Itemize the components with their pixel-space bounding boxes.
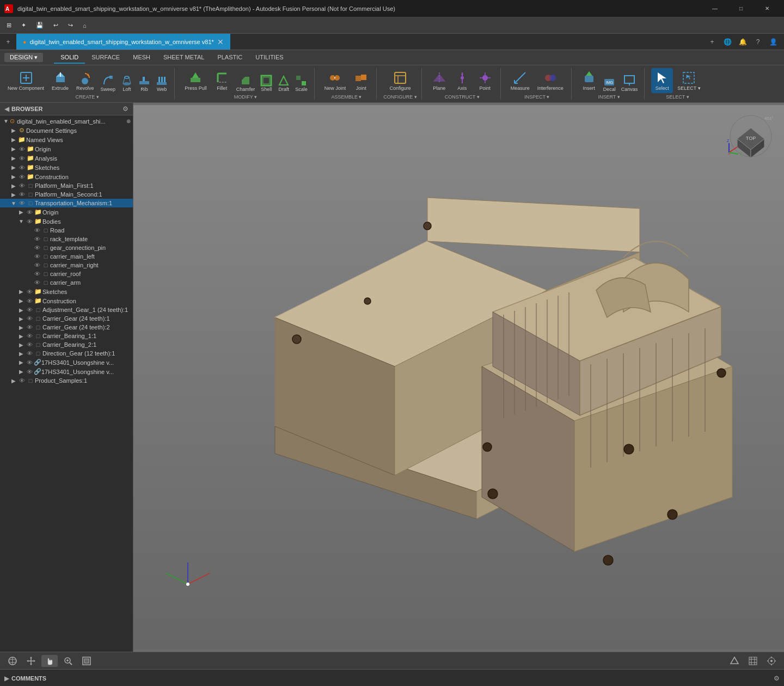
tree-bodies[interactable]: ▼ 👁 📁 Bodies (0, 217, 133, 226)
new-tab-button[interactable]: + (0, 38, 16, 46)
tree-platform-main-second[interactable]: ▶ 👁 □ Platform_Main_Second:1 (0, 190, 133, 199)
file-tab[interactable]: ● digital_twin_enabled_smart_shipping_wo… (16, 34, 230, 50)
tree-sketches-1[interactable]: ▶ 👁 📁 Sketches (0, 163, 133, 172)
tree-body-carrier-main-right[interactable]: 👁 □ carrier_main_right (0, 261, 133, 270)
web-button[interactable]: Web (154, 74, 170, 93)
pan-button[interactable] (23, 655, 39, 667)
chamfer-button[interactable]: Chamfer (234, 74, 258, 93)
tree-construction-1[interactable]: ▶ 👁 📁 Construction (0, 172, 133, 181)
hand-button[interactable] (41, 655, 58, 667)
tree-body-carrier-arm[interactable]: 👁 □ carrier_arm (0, 278, 133, 287)
tab-utilities[interactable]: UTILITIES (249, 52, 290, 64)
construct-plane-button[interactable]: Plane (428, 68, 450, 93)
decal-button[interactable]: IMG Decal (601, 74, 618, 93)
tree-origin-2[interactable]: ▶ 👁 📁 Origin (0, 207, 133, 217)
select-button[interactable]: Select (651, 68, 673, 93)
svg-point-95 (624, 444, 634, 454)
comments-toggle-icon[interactable]: ▶ (4, 675, 9, 682)
zoom-window-button[interactable] (60, 655, 76, 667)
new-component-button[interactable]: New Component (4, 68, 47, 93)
tab-surface[interactable]: SURFACE (85, 52, 126, 64)
sweep-button[interactable]: Sweep (99, 74, 118, 93)
tree-17hs-2[interactable]: ▶ 👁 🔗 17HS3401_Usongshine v... (0, 367, 133, 376)
close-button[interactable]: ✕ (755, 0, 780, 17)
tree-carrier-gear-2[interactable]: ▶ 👁 □ Carrier_Gear (24 teeth):2 (0, 323, 133, 332)
add-tab-button[interactable]: + (706, 35, 719, 48)
menu-redo[interactable]: ↪ (64, 20, 77, 31)
fit-button[interactable] (78, 655, 95, 667)
insert-button[interactable]: Insert (578, 68, 600, 93)
canvas-button[interactable]: Canvas (619, 74, 640, 93)
measure-button[interactable]: Measure (507, 68, 533, 93)
tab-sheet-metal[interactable]: SHEET METAL (157, 52, 211, 64)
svg-marker-21 (192, 72, 199, 78)
menu-home[interactable]: ⌂ (78, 20, 91, 31)
tab-solid[interactable]: SOLID (54, 52, 85, 64)
tree-product-samples[interactable]: ▶ 👁 □ Product_Samples:1 (0, 376, 133, 385)
menu-grid-icon[interactable]: ⊞ (2, 20, 16, 31)
revolve-button[interactable]: Revolve (73, 68, 97, 93)
browser-options-icon[interactable]: ⚙ (122, 105, 128, 113)
tree-adjustment-gear[interactable]: ▶ 👁 □ Adjustment_Gear_1 (24 teeth):1 (0, 305, 133, 314)
tree-body-gear-connection-pin[interactable]: 👁 □ gear_connection_pin (0, 243, 133, 252)
browser-toggle-icon[interactable]: ◀ (4, 105, 9, 113)
tree-17hs-1[interactable]: ▶ 👁 🔗 17HS3401_Usongshine v... (0, 358, 133, 367)
construct-axis-button[interactable]: Axis (451, 68, 473, 93)
rib-button[interactable]: Rib (136, 74, 152, 93)
tab-plastic[interactable]: PLASTIC (211, 52, 249, 64)
maximize-button[interactable]: □ (728, 0, 754, 17)
as-built-joint-button[interactable]: Joint (350, 68, 372, 93)
browser-root-item[interactable]: ▼ ⊙ digital_twin_enabled_smart_shi... ⊕ (0, 117, 133, 126)
svg-point-97 (603, 555, 613, 565)
tree-carrier-bearing-1[interactable]: ▶ 👁 □ Carrier_Bearing_1:1 (0, 332, 133, 340)
tree-body-carrier-roof[interactable]: 👁 □ carrier_roof (0, 270, 133, 278)
menu-save[interactable]: 💾 (32, 20, 48, 31)
shell-button[interactable]: Shell (258, 74, 274, 93)
tab-close-button[interactable]: ✕ (217, 38, 224, 46)
press-pull-button[interactable]: Press Pull (181, 68, 210, 93)
tree-named-views[interactable]: ▶ 📁 Named Views (0, 135, 133, 144)
svg-marker-124 (34, 660, 35, 662)
tree-body-road[interactable]: 👁 □ Road (0, 226, 133, 235)
tree-transportation-mechanism[interactable]: ▼ 👁 □ Transportation_Mechanism:1 (0, 199, 133, 207)
tree-origin-1[interactable]: ▶ 👁 📁 Origin (0, 144, 133, 154)
comments-settings-icon[interactable]: ⚙ (774, 675, 780, 682)
svg-rect-19 (164, 77, 166, 82)
minimize-button[interactable]: — (702, 0, 727, 17)
tree-direction-gear[interactable]: ▶ 👁 □ Direction_Gear (12 teeth):1 (0, 349, 133, 358)
window-select-button[interactable]: SELECT ▾ (674, 68, 703, 93)
orbit-button[interactable] (4, 655, 21, 667)
online-button[interactable]: 🌐 (721, 35, 734, 48)
view-cube[interactable]: TOP X Z Y 401° (726, 112, 775, 161)
joint-button[interactable]: New Joint (321, 68, 350, 93)
menu-file[interactable]: ✦ (17, 20, 30, 31)
loft-button[interactable]: Loft (119, 74, 135, 93)
tree-body-rack-template[interactable]: 👁 □ rack_template (0, 235, 133, 243)
tree-sketches-2[interactable]: ▶ 👁 📁 Sketches (0, 287, 133, 296)
tree-analysis[interactable]: ▶ 👁 📁 Analysis (0, 154, 133, 163)
extrude-button[interactable]: Extrude (48, 68, 72, 93)
notifications-button[interactable]: 🔔 (736, 35, 749, 48)
tree-carrier-bearing-2[interactable]: ▶ 👁 □ Carrier_Bearing_2:1 (0, 340, 133, 349)
design-mode-button[interactable]: DESIGN ▾ (4, 53, 43, 62)
window-title: digital_twin_enabled_smart_shipping_work… (17, 5, 698, 12)
tab-mesh[interactable]: MESH (126, 52, 157, 64)
display-mode-button[interactable] (726, 655, 743, 667)
tree-document-settings[interactable]: ▶ ⚙ Document Settings (0, 126, 133, 135)
draft-button[interactable]: Draft (275, 74, 292, 93)
tree-carrier-gear-1[interactable]: ▶ 👁 □ Carrier_Gear (24 teeth):1 (0, 314, 133, 323)
snap-button[interactable] (763, 655, 780, 667)
tree-body-carrier-main-left[interactable]: 👁 □ carrier_main_left (0, 252, 133, 261)
scale-button[interactable]: Scale (293, 74, 310, 93)
construct-point-button[interactable]: Point (474, 68, 496, 93)
account-button[interactable]: 👤 (767, 35, 780, 48)
tree-platform-main-first[interactable]: ▶ 👁 □ Platform_Main_First:1 (0, 181, 133, 190)
configure-button[interactable]: Configure (386, 68, 414, 93)
interference-button[interactable]: Interference (534, 68, 567, 93)
grid-button[interactable] (745, 655, 761, 667)
menu-undo[interactable]: ↩ (49, 20, 63, 31)
help-button[interactable]: ? (751, 35, 764, 48)
viewport[interactable]: TOP X Z Y 401° (133, 103, 784, 652)
fillet-button[interactable]: Fillet (211, 68, 233, 93)
tree-construction-2[interactable]: ▶ 👁 📁 Construction (0, 296, 133, 305)
